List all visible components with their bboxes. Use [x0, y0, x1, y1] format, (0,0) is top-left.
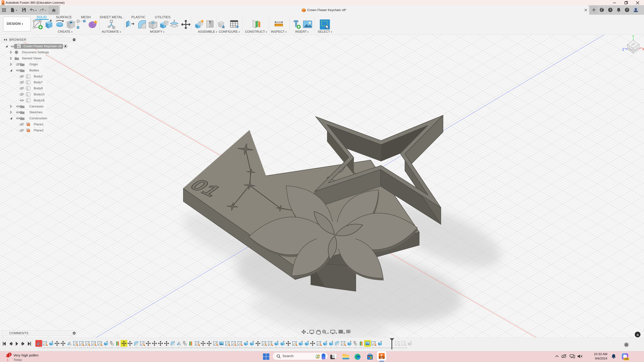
svg-text:1: 1 [9, 353, 10, 356]
svg-text:?: ? [626, 8, 628, 11]
svg-text:X: X [642, 47, 644, 51]
svg-text:360: 360 [380, 357, 383, 359]
svg-text:360: 360 [2, 4, 4, 5]
svg-text:Z: Z [622, 48, 624, 51]
svg-text:a: a [636, 333, 639, 337]
svg-text:F: F [2, 1, 4, 3]
svg-text:F: F [381, 353, 383, 357]
svg-text:Y: Y [632, 35, 634, 38]
